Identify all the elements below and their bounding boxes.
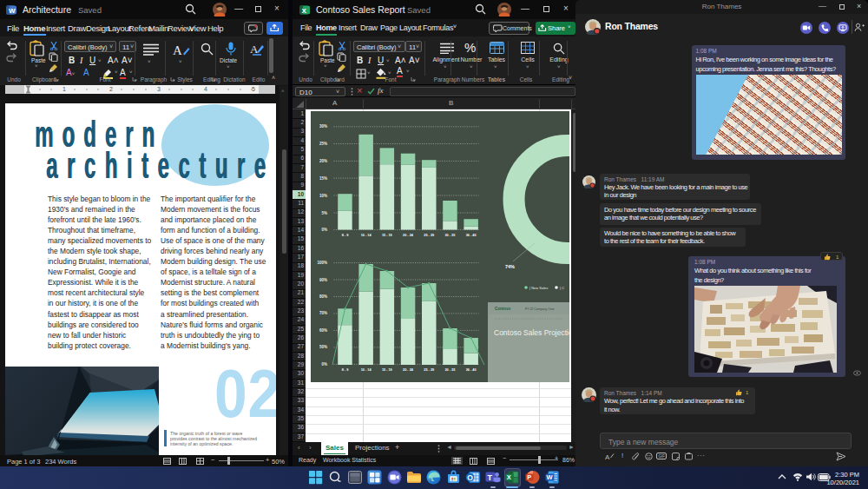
- svg-text:O: O: [467, 473, 473, 482]
- svg-text:25%: 25%: [319, 142, 327, 146]
- svg-text:20 - 24: 20 - 24: [403, 234, 414, 237]
- svg-text:T: T: [488, 473, 493, 482]
- svg-text:A: A: [173, 43, 182, 57]
- svg-text:25 - 29: 25 - 29: [424, 368, 434, 372]
- svg-text:8 - 9: 8 - 9: [342, 234, 349, 237]
- svg-text:A: A: [250, 43, 259, 56]
- svg-text:25 - 29: 25 - 29: [424, 234, 434, 237]
- svg-text:| New Sales: | New Sales: [529, 286, 548, 290]
- svg-text:15%: 15%: [319, 176, 327, 181]
- svg-text:Contoso: Contoso: [495, 307, 510, 311]
- svg-text:20%: 20%: [319, 159, 327, 163]
- svg-text:W: W: [547, 473, 554, 481]
- svg-text:36 - 40: 36 - 40: [466, 368, 477, 372]
- svg-text:X: X: [507, 473, 511, 481]
- svg-text:| C: | C: [560, 286, 564, 290]
- svg-text:0%: 0%: [321, 228, 327, 232]
- svg-text:W: W: [9, 7, 16, 15]
- svg-text:10 - 14: 10 - 14: [361, 368, 372, 372]
- svg-text:15 - 19: 15 - 19: [382, 234, 392, 237]
- svg-text:P: P: [527, 473, 531, 481]
- svg-text:Contoso Sales Projectio: Contoso Sales Projectio: [494, 328, 569, 337]
- svg-text:8 - 9: 8 - 9: [342, 368, 349, 372]
- svg-text:X: X: [302, 7, 307, 15]
- svg-text:74%: 74%: [505, 264, 515, 269]
- svg-text:15 - 19: 15 - 19: [382, 368, 392, 372]
- svg-text:30 - 35: 30 - 35: [444, 234, 455, 237]
- svg-text:70%: 70%: [319, 311, 327, 315]
- svg-text:30 - 35: 30 - 35: [444, 368, 455, 372]
- svg-text:5%: 5%: [321, 211, 327, 215]
- svg-text:0%: 0%: [321, 362, 327, 367]
- svg-text:60%: 60%: [319, 328, 327, 333]
- svg-text:80%: 80%: [319, 294, 327, 299]
- svg-text:90%: 90%: [319, 278, 327, 282]
- svg-text:30%: 30%: [319, 124, 327, 129]
- svg-text:A: A: [605, 453, 610, 461]
- svg-text:10%: 10%: [319, 194, 327, 198]
- svg-text:20 - 24: 20 - 24: [403, 368, 414, 372]
- svg-text:FY 22 Company Over: FY 22 Company Over: [525, 307, 556, 311]
- svg-text:36 - 40: 36 - 40: [466, 234, 477, 237]
- svg-text:100%: 100%: [317, 261, 327, 265]
- svg-text:10 - 14: 10 - 14: [361, 234, 372, 237]
- svg-text:50%: 50%: [319, 345, 327, 349]
